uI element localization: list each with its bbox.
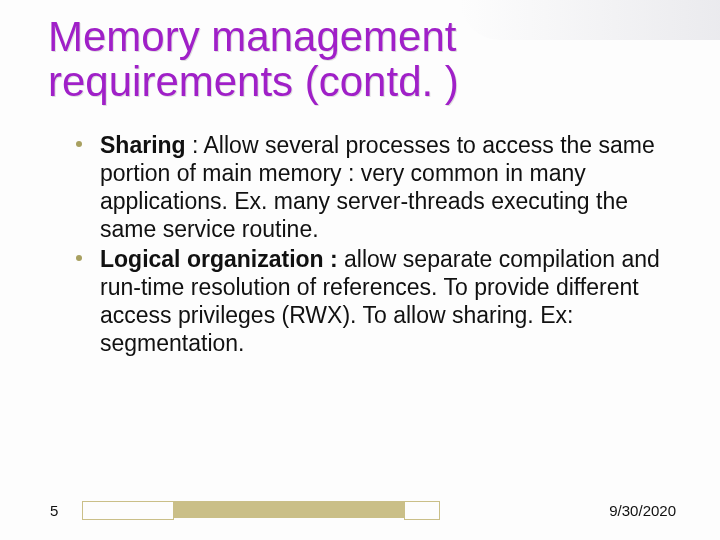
page-number: 5 <box>50 502 68 519</box>
list-item: Logical organization : allow separate co… <box>76 245 678 357</box>
footer-bar-segment <box>82 501 174 520</box>
bullet-lead: Sharing <box>100 132 186 158</box>
slide: Memory management requirements (contd. )… <box>0 0 720 540</box>
slide-date: 9/30/2020 <box>609 502 676 519</box>
footer-bar-segment <box>404 501 440 520</box>
bullet-lead: Logical organization : <box>100 246 338 272</box>
footer-bar-segment <box>174 501 404 518</box>
slide-footer: 5 9/30/2020 <box>50 501 676 520</box>
list-item: Sharing : Allow several processes to acc… <box>76 131 678 243</box>
footer-bar <box>82 501 440 520</box>
slide-title: Memory management requirements (contd. ) <box>48 14 678 105</box>
bullet-list: Sharing : Allow several processes to acc… <box>76 131 678 357</box>
